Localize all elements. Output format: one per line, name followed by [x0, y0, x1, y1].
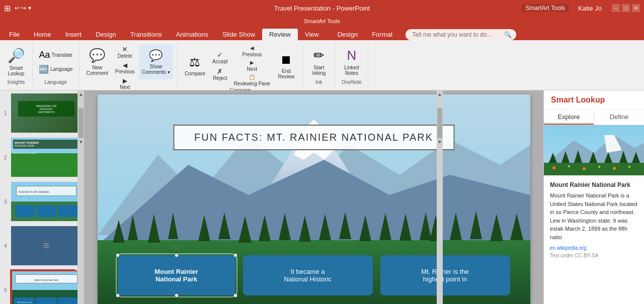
new-comment-button[interactable]: 💬 NewComment — [84, 44, 111, 79]
tab-explore-label: Explore — [557, 113, 580, 121]
new-comment-icon: 💬 — [89, 48, 105, 63]
tab-file[interactable]: File — [2, 29, 27, 40]
tab-design[interactable]: Design — [89, 29, 123, 40]
slide-canvas: FUN FACTS: MT. RAINIER NATIONAL PARK ↻ — [84, 90, 543, 304]
canvas-scroll-up[interactable]: ▲ — [436, 90, 443, 98]
next-comment-button[interactable]: ▶ Next — [113, 76, 137, 91]
wiki-image: http://en.wikipedia.org/wiki/Mo... — [544, 125, 644, 175]
quick-access: ↩ ↪ ▾ — [15, 5, 31, 12]
handle-bm[interactable] — [175, 293, 179, 297]
accept-button[interactable]: ✓ Accept — [210, 50, 230, 65]
slide-thumb-2[interactable]: 2 MOUNT RAINIER NATIONAL PARK Some text … — [10, 137, 75, 178]
wiki-source[interactable]: en.wikipedia.org — [550, 244, 638, 252]
ribbon-group-language: Aa Translate 🔤 Language Language — [33, 42, 79, 88]
minimize-button[interactable]: − — [612, 4, 620, 12]
tab-define-label: Define — [610, 113, 629, 121]
onenote-group-label: OneNote — [342, 79, 362, 86]
end-review-button[interactable]: ⏹ EndReview — [274, 48, 298, 83]
scroll-thumb[interactable] — [78, 108, 84, 138]
previous-comment-button[interactable]: ◀ Previous — [113, 61, 137, 75]
smart-lookup-panel: Smart Lookup Explore Define — [543, 90, 644, 304]
scroll-up-arrow[interactable]: ▲ — [77, 90, 85, 98]
app-title: Travel Presentation - PowerPoint — [274, 5, 370, 12]
tab-smartart-design[interactable]: Design — [331, 29, 365, 40]
rotate-handle[interactable]: ↻ — [173, 243, 180, 252]
show-comments-button[interactable]: 💬 ShowComments ▾ — [139, 44, 173, 79]
slide-title[interactable]: FUN FACTS: MT. RAINIER NATIONAL PARK — [173, 125, 454, 150]
translate-icon: Aa — [39, 50, 50, 60]
scroll-down-arrow[interactable]: ▼ — [77, 138, 85, 146]
slide[interactable]: FUN FACTS: MT. RAINIER NATIONAL PARK ↻ — [98, 94, 530, 305]
ribbon-group-comments: 💬 NewComment ✕ Delete ◀ Previous ▶ Next … — [79, 42, 178, 88]
slide-thumb-3[interactable]: 3 FUN FACTS: MT. RAINIER — [10, 181, 75, 222]
compare-button[interactable]: ⚖ Compare — [182, 48, 208, 83]
ribbon-group-insights: 🔎 SmartLookup Insights — [0, 42, 33, 88]
smart-lookup-tabs: Explore Define — [544, 110, 644, 125]
handle-tl[interactable] — [116, 253, 120, 257]
tab-home[interactable]: Home — [27, 29, 58, 40]
tab-slideshow[interactable]: Slide Show — [215, 29, 262, 40]
canvas-scroll-down[interactable]: ▼ — [436, 138, 443, 146]
start-inking-label: StartInking — [312, 65, 326, 76]
linked-notes-button[interactable]: N LinkedNotes — [340, 44, 364, 79]
svg-point-38 — [552, 166, 555, 169]
compare-previous-button[interactable]: ◀ Previous — [232, 44, 272, 58]
slide-thumb-4[interactable]: 4 ≡ — [10, 225, 75, 266]
handle-tc[interactable] — [175, 253, 179, 257]
handle-bl[interactable] — [116, 293, 120, 297]
tab-explore[interactable]: Explore — [544, 110, 594, 125]
ribbon-group-onenote: N LinkedNotes OneNote — [336, 42, 368, 88]
delete-label: Delete — [118, 53, 132, 59]
canvas-scroll-thumb[interactable] — [437, 108, 442, 138]
compare-next-icon: ▶ — [250, 60, 254, 65]
handle-tr[interactable] — [233, 253, 237, 257]
tab-insert[interactable]: Insert — [58, 29, 89, 40]
smartart-box-2[interactable]: It became aNational Historic — [243, 255, 373, 295]
accept-label: Accept — [212, 59, 228, 64]
tab-smartart-format[interactable]: Format — [365, 29, 399, 40]
delete-comment-button[interactable]: ✕ Delete — [113, 44, 137, 60]
smartart-box-1-text: Mount RainierNational Park — [154, 268, 198, 283]
accept-icon: ✓ — [217, 51, 223, 59]
show-comments-icon: 💬 — [149, 49, 163, 62]
slide-thumb-5[interactable]: 5 RAINIER NATIONAL PARK Mt Rainier is th… — [10, 269, 75, 304]
user-name[interactable]: Katie Jo — [578, 5, 602, 12]
smartart-box-1[interactable]: ↻ Mount RainierNational Park — [118, 255, 235, 295]
wiki-license: Text under CC-BY-SA — [550, 252, 638, 259]
new-comment-label: NewComment — [87, 65, 108, 76]
tab-define[interactable]: Define — [594, 110, 644, 125]
handle-br[interactable] — [233, 293, 237, 297]
slides-scrollbar[interactable]: ▲ ▼ — [78, 90, 84, 304]
smartart-box-3[interactable]: Mt. Rainer is thehighest point in — [380, 255, 510, 295]
tab-review[interactable]: Review — [262, 29, 298, 40]
reviewing-pane-button[interactable]: 📋 Reviewing Pane — [232, 73, 272, 87]
smart-lookup-button[interactable]: 🔎 SmartLookup — [4, 44, 28, 79]
canvas-scrollbar[interactable]: ▲ ▼ — [437, 90, 443, 304]
reject-icon: ✗ — [217, 67, 223, 75]
insights-label: Insights — [8, 79, 25, 86]
svg-point-39 — [568, 165, 570, 167]
search-input[interactable] — [406, 29, 516, 40]
reject-button[interactable]: ✗ Reject — [210, 66, 230, 82]
compare-prev-label: Previous — [242, 52, 262, 57]
maximize-button[interactable]: □ — [622, 4, 630, 12]
tab-transitions[interactable]: Transitions — [123, 29, 169, 40]
search-icon: 🔍 — [504, 31, 512, 38]
tab-animations[interactable]: Animations — [169, 29, 215, 40]
linked-notes-label: LinkedNotes — [344, 65, 359, 76]
tab-view[interactable]: View — [298, 29, 326, 40]
previous-label: Previous — [115, 69, 135, 74]
slide-number-3: 3 — [4, 199, 7, 205]
language-button[interactable]: 🔤 Language — [37, 63, 75, 75]
start-inking-button[interactable]: ✏ StartInking — [307, 44, 331, 79]
smartart-container: ↻ Mount RainierNational Park It became a… — [118, 255, 510, 295]
close-button[interactable]: ✕ — [632, 4, 640, 12]
compare-next-button[interactable]: ▶ Next — [232, 59, 272, 73]
slide-number-2: 2 — [4, 155, 7, 160]
translate-button[interactable]: Aa Translate — [37, 48, 74, 62]
wiki-article-text: Mount Rainier National Park is a United … — [550, 191, 638, 241]
slide-thumb-1[interactable]: 1 WEEKEND ORHOLIDAYGETAWAYS — [10, 92, 75, 134]
svg-point-40 — [583, 167, 586, 170]
smartart-box-2-text: It became aNational Historic — [284, 268, 332, 283]
wiki-article-title: Mount Rainier National Park — [550, 180, 638, 189]
